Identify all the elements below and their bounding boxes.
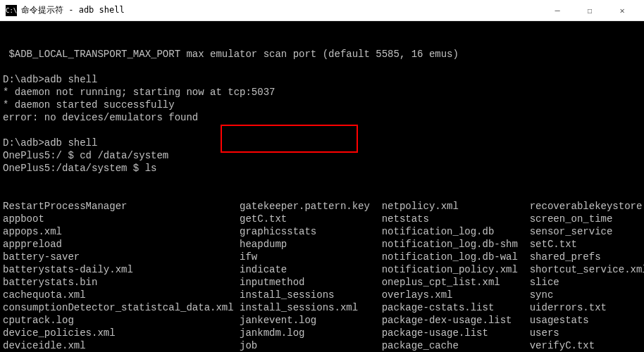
minimize-button[interactable]: — xyxy=(541,0,574,21)
listing-row: appboot getC.txt netstats screen_on_time xyxy=(3,213,641,225)
listing-row: device_policies.xml jankmdm.log package-… xyxy=(3,327,641,339)
terminal-line: $ADB_LOCAL_TRANSPORT_MAX_PORT max emulat… xyxy=(3,48,641,61)
listing-row: cputrack.log jankevent.log package-dex-u… xyxy=(3,314,641,327)
listing-row: batterystats-daily.xml indicate notifica… xyxy=(3,263,641,276)
terminal-line: error: no devices/emulators found xyxy=(3,111,641,124)
terminal-line: D:\adb>adb shell xyxy=(3,73,641,86)
terminal-line: * daemon started successfully xyxy=(3,99,641,111)
terminal-line: OnePlus5:/ $ cd /data/system xyxy=(3,149,641,162)
terminal-line: OnePlus5:/data/system $ ls xyxy=(3,162,641,175)
listing-row: RestartProcessManager gatekeeper.pattern… xyxy=(3,200,641,213)
close-button[interactable]: ✕ xyxy=(606,0,638,21)
terminal-line xyxy=(3,61,641,73)
maximize-button[interactable]: ☐ xyxy=(574,0,606,21)
cmd-icon: C:\ xyxy=(6,5,17,16)
listing-row: appops.xml graphicsstats notification_lo… xyxy=(3,225,641,238)
listing-row: batterystats.bin inputmethod oneplus_cpt… xyxy=(3,276,641,289)
terminal-line: D:\adb>adb shell xyxy=(3,137,641,149)
listing-row: cachequota.xml install_sessions overlays… xyxy=(3,289,641,301)
directory-listing: RestartProcessManager gatekeeper.pattern… xyxy=(3,200,641,352)
terminal-line xyxy=(3,124,641,137)
terminal-line: * daemon not running; starting now at tc… xyxy=(3,86,641,99)
listing-row: consumptionDetector_statistcal_data.xml … xyxy=(3,301,641,314)
listing-row: deviceidle.xml job package_cache verifyC… xyxy=(3,339,641,352)
window-titlebar: C:\ 命令提示符 - adb shell — ☐ ✕ xyxy=(0,0,644,21)
window-title: 命令提示符 - adb shell xyxy=(21,4,541,16)
listing-row: apppreload heapdump notification_log.db-… xyxy=(3,238,641,251)
window-controls: — ☐ ✕ xyxy=(541,0,638,21)
terminal-output[interactable]: $ADB_LOCAL_TRANSPORT_MAX_PORT max emulat… xyxy=(0,21,644,352)
terminal-preamble: $ADB_LOCAL_TRANSPORT_MAX_PORT max emulat… xyxy=(3,48,641,175)
listing-row: battery-saver ifw notification_log.db-wa… xyxy=(3,251,641,263)
